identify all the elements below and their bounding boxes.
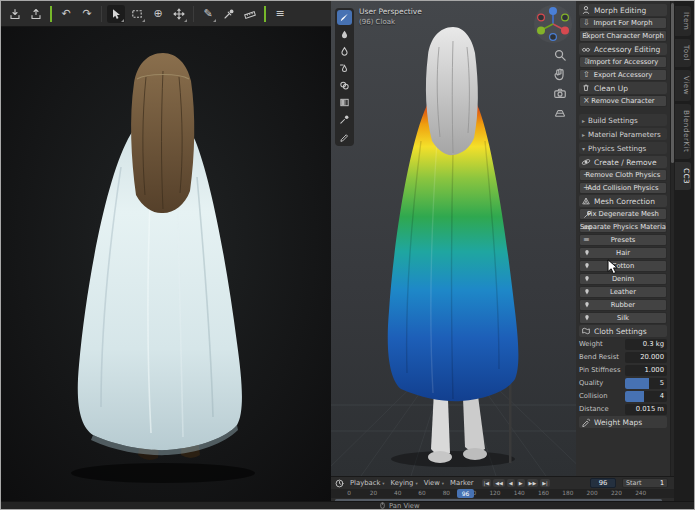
fix-degenerate-mesh-button[interactable]: Fix Degenerate Mesh	[579, 208, 667, 220]
blur-brush-tool[interactable]	[337, 27, 352, 42]
create-remove-header[interactable]: Create / Remove	[579, 156, 667, 168]
gizmo-y-neg-axis[interactable]	[562, 14, 569, 21]
tab-blenderkit[interactable]: BlenderKit	[675, 104, 691, 158]
gizmo-x-axis[interactable]	[561, 27, 569, 35]
gizmo-z-axis[interactable]	[549, 7, 557, 15]
separate-physics-materials-button[interactable]: Separate Physics Materials	[579, 221, 667, 233]
annotate-viewport-tool[interactable]	[337, 129, 352, 144]
next-keyframe-button[interactable]: ▶▶	[527, 479, 539, 487]
pan-hand-icon[interactable]	[553, 67, 567, 81]
undo-button[interactable]: ↶	[57, 5, 75, 23]
preset-hair-button[interactable]: Hair	[579, 247, 667, 259]
cloth-collision-slider[interactable]: 4	[625, 391, 667, 402]
menu-view[interactable]: View▾	[424, 479, 444, 487]
jump-to-start-button[interactable]: |◀	[482, 479, 492, 487]
render-preview-viewport[interactable]	[1, 27, 331, 501]
box-select-tool-button[interactable]	[128, 5, 146, 23]
options-button[interactable]: ≡	[271, 5, 289, 23]
current-frame-field[interactable]: 96	[590, 478, 616, 488]
timeline-ruler[interactable]: 0 20 40 60 80 100 120 140 160 180 200 22…	[331, 489, 674, 498]
remove-character-button[interactable]: × Remove Character	[579, 95, 667, 107]
preset-leather-button[interactable]: Leather	[579, 286, 667, 298]
tab-tool[interactable]: Tool	[675, 39, 691, 67]
preset-silk-button[interactable]: Silk	[579, 312, 667, 324]
accessory-editing-header[interactable]: Accessory Editing	[579, 43, 667, 55]
tab-cc3[interactable]: CC3	[675, 162, 691, 190]
cloth-distance-field[interactable]: 0.015 m	[625, 404, 667, 415]
import-icon: ⇩	[583, 58, 590, 66]
add-collision-physics-button[interactable]: + Add Collision Physics	[579, 182, 667, 194]
select-tool-button[interactable]	[107, 5, 125, 23]
prev-keyframe-button[interactable]: ◀◀	[493, 479, 505, 487]
preset-rubber-button[interactable]: Rubber	[579, 299, 667, 311]
menu-keying[interactable]: Keying▾	[391, 479, 418, 487]
ruler-tick: 120	[483, 489, 507, 498]
average-brush-tool[interactable]	[337, 44, 352, 59]
zoom-icon[interactable]	[553, 48, 567, 62]
redo-button[interactable]: ↷	[78, 5, 96, 23]
navigation-gizmo[interactable]	[533, 4, 573, 44]
export-accessory-button[interactable]: ⇧ Export Accessory	[579, 69, 667, 81]
import-file-button[interactable]	[6, 5, 24, 23]
gizmo-z-neg-axis[interactable]	[550, 34, 557, 41]
remove-character-label: Remove Character	[580, 97, 666, 105]
import-for-accessory-button[interactable]: ⇩ Import for Accessory	[579, 56, 667, 68]
export-character-morph-button[interactable]: ⇧ Export Character Morph	[579, 30, 667, 42]
build-settings-label: Build Settings	[588, 116, 638, 125]
timeline-clock-icon[interactable]	[335, 479, 344, 488]
viewport-3d[interactable]: User Perspective (96) Cloak	[331, 1, 576, 476]
play-button[interactable]: ▶	[517, 479, 525, 487]
cloth-distance-row: Distance 0.015 m	[579, 403, 667, 415]
preset-cotton-button[interactable]: Cotton	[579, 260, 667, 272]
menu-playback-label: Playback	[350, 479, 380, 487]
cursor-tool-button[interactable]: ⊕	[149, 5, 167, 23]
playhead-frame-badge[interactable]: 96	[457, 489, 474, 498]
preset-hair-label: Hair	[580, 249, 666, 257]
cloth-bend-resist-field[interactable]: 20.000	[625, 352, 667, 363]
material-parameters-label: Material Parameters	[588, 130, 661, 139]
cloth-weight-field[interactable]: 0.3 kg	[625, 339, 667, 350]
morph-editing-header[interactable]: Morph Editing	[579, 4, 667, 16]
start-frame-field[interactable]: Start1	[622, 478, 668, 488]
play-reverse-button[interactable]: ◀	[507, 479, 515, 487]
tab-item[interactable]: Item	[675, 6, 691, 36]
material-parameters-toggle[interactable]: ▸ Material Parameters	[579, 128, 667, 140]
remove-cloth-physics-button[interactable]: − Remove Cloth Physics	[579, 169, 667, 181]
import-for-morph-button[interactable]: ⇩ Import For Morph	[579, 17, 667, 29]
playhead[interactable]: 96	[465, 489, 466, 498]
clone-brush-tool[interactable]	[337, 78, 352, 93]
camera-view-icon[interactable]	[553, 86, 567, 100]
cloth-settings-header[interactable]: Cloth Settings	[579, 325, 667, 337]
physics-settings-toggle[interactable]: ▾ Physics Settings	[579, 142, 667, 154]
build-settings-toggle[interactable]: ▸ Build Settings	[579, 114, 667, 126]
weight-maps-header[interactable]: Weight Maps	[579, 416, 667, 428]
preset-pin-icon	[583, 288, 591, 296]
menu-playback[interactable]: Playback▾	[350, 479, 385, 487]
toolbar-separator-green	[264, 6, 266, 22]
perspective-toggle-icon[interactable]	[553, 105, 567, 119]
presets-button[interactable]: ≡ Presets	[579, 234, 667, 246]
gizmo-x-neg-axis[interactable]	[538, 14, 545, 21]
measure-tool-button[interactable]	[241, 5, 259, 23]
cloth-quality-slider[interactable]: 5	[625, 378, 667, 389]
gizmo-y-axis[interactable]	[537, 27, 545, 35]
gradient-tool[interactable]	[337, 95, 352, 110]
transform-tool-button[interactable]	[170, 5, 188, 23]
draw-brush-tool[interactable]	[337, 10, 352, 25]
jump-to-end-button[interactable]: ▶|	[540, 479, 550, 487]
eyedropper-tool-button[interactable]	[220, 5, 238, 23]
export-file-button[interactable]	[27, 5, 45, 23]
separate-icon	[583, 223, 592, 232]
annotate-tool-button[interactable]: ✎	[199, 5, 217, 23]
preset-denim-button[interactable]: Denim	[579, 273, 667, 285]
mesh-correction-header[interactable]: Mesh Correction	[579, 195, 667, 207]
menu-marker[interactable]: Marker	[450, 479, 474, 487]
cloth-pin-stiffness-field[interactable]: 1.000	[625, 365, 667, 376]
smear-brush-tool[interactable]	[337, 61, 352, 76]
tab-view[interactable]: View	[675, 70, 691, 101]
undo-icon: ↶	[61, 8, 70, 19]
chevron-down-icon: ▾	[415, 481, 417, 486]
sample-weight-tool[interactable]	[337, 112, 352, 127]
clean-up-header[interactable]: Clean Up	[579, 82, 667, 94]
sidebar-tab-strip: Item Tool View BlenderKit CC3	[674, 1, 694, 501]
